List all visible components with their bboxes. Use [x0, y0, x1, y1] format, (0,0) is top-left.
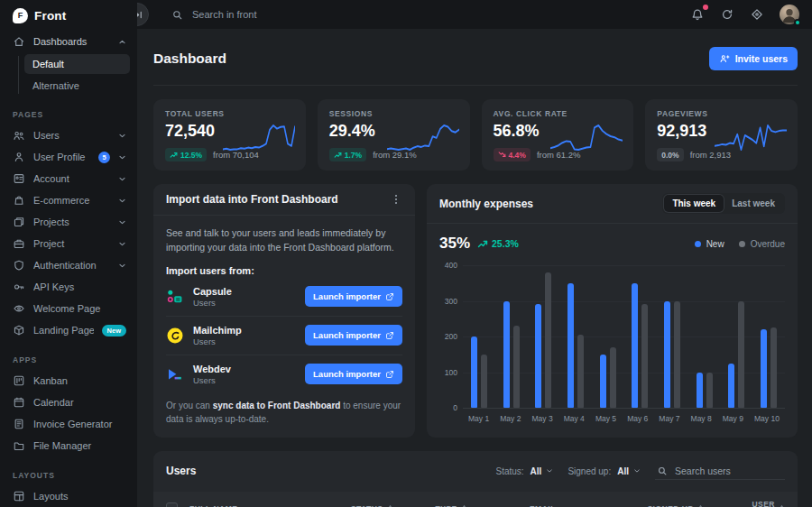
bar-new[interactable] [728, 364, 734, 408]
launch-importer-button[interactable]: Launch importer [305, 364, 402, 384]
stat-card-pageviews: Pageviews92,913 0.0%from 2,913 [645, 99, 798, 171]
chevron-down-icon [546, 467, 553, 475]
sparkline-chart [550, 121, 623, 152]
bar-overdue[interactable] [481, 355, 487, 408]
sidebar-item-projects[interactable]: Projects [0, 211, 137, 233]
column-header-type[interactable]: Type [436, 504, 530, 507]
bar-overdue[interactable] [545, 272, 551, 408]
y-tick-label: 0 [453, 403, 457, 412]
bar-new[interactable] [664, 301, 670, 409]
sidebar-item-file-manager[interactable]: File Manager [0, 435, 137, 456]
users-search-input[interactable] [675, 466, 783, 476]
import-source-name: Mailchimp [193, 325, 296, 336]
sort-icon [779, 504, 785, 507]
toggle-last-week[interactable]: Last week [724, 195, 783, 212]
bar-new[interactable] [503, 301, 510, 409]
import-description: See and talk to your users and leads imm… [166, 226, 402, 255]
briefcase-icon [13, 237, 25, 250]
sidebar-submenu: DefaultAlternative [0, 54, 137, 96]
bar-overdue[interactable] [513, 326, 520, 408]
column-header-status[interactable]: Status [351, 504, 436, 507]
users-table-header: Full nameStatusTypeEmailSigned upUser ID [153, 492, 798, 507]
y-tick-label: 300 [445, 297, 457, 306]
bar-new[interactable] [535, 304, 541, 408]
bar-new[interactable] [697, 373, 703, 409]
bar-new[interactable] [632, 283, 638, 408]
copy-icon [13, 216, 25, 228]
column-label: Full name [189, 504, 237, 507]
bar-overdue[interactable] [706, 373, 713, 409]
bar-overdue[interactable] [641, 304, 648, 408]
bar-overdue[interactable] [738, 301, 744, 409]
y-axis: 4003002001000 [439, 265, 463, 408]
sidebar-item-account[interactable]: Account [0, 168, 137, 189]
sidebar-item-api-keys[interactable]: API Keys [0, 276, 137, 298]
sidebar-item-dashboards[interactable]: Dashboards [0, 31, 137, 52]
bar-overdue[interactable] [674, 301, 680, 409]
bar-new[interactable] [567, 283, 574, 408]
card-menu-button[interactable] [390, 193, 402, 206]
bar-new[interactable] [600, 355, 606, 408]
global-search-input[interactable] [192, 9, 391, 20]
invite-users-button[interactable]: Invite users [709, 47, 798, 70]
diamond-apps-icon [750, 7, 764, 22]
sidebar-item-layouts[interactable]: Layouts [0, 485, 137, 507]
bar-new[interactable] [471, 336, 477, 408]
bar-overdue[interactable] [577, 335, 584, 408]
column-label: Status [351, 504, 383, 507]
sidebar-item-authentication[interactable]: Authentication [0, 254, 137, 276]
sidebar-item-landing-page[interactable]: Landing PageNew [0, 319, 137, 341]
sidebar-item-label: Project [33, 238, 110, 249]
status-filter-select[interactable]: All [531, 466, 554, 476]
sidebar-item-label: Welcome Page [33, 303, 126, 314]
bar-new[interactable] [761, 329, 767, 408]
users-search[interactable] [655, 463, 785, 480]
y-tick-label: 100 [445, 368, 457, 377]
legend-item-overdue[interactable]: Overdue [739, 239, 785, 249]
sidebar-subitem-alternative[interactable]: Alternative [24, 76, 130, 96]
chevron-down-icon [118, 153, 126, 161]
top-navbar [137, 0, 812, 29]
webdev-logo [166, 365, 184, 383]
bar-overdue[interactable] [770, 327, 777, 408]
bar-overdue[interactable] [610, 347, 616, 408]
sidebar: F Front DashboardsDefaultAlternativePage… [0, 0, 137, 507]
toggle-this-week[interactable]: This week [664, 195, 724, 212]
signedup-filter-select[interactable]: All [617, 466, 641, 476]
column-header-user-id[interactable]: User ID [752, 500, 785, 507]
sidebar-item-project[interactable]: Project [0, 233, 137, 254]
expenses-card-title: Monthly expenses [439, 198, 533, 210]
home-icon [13, 35, 25, 48]
launch-importer-button[interactable]: Launch importer [305, 325, 402, 346]
sidebar-item-user-profile[interactable]: User Profile5 [0, 146, 137, 168]
sidebar-subitem-default[interactable]: Default [24, 54, 130, 74]
bar-group-may-6 [632, 265, 648, 408]
sort-icon [461, 504, 467, 507]
count-badge: 5 [98, 152, 110, 163]
sidebar-item-label: Landing Page [33, 325, 94, 336]
legend-item-new[interactable]: New [695, 239, 724, 249]
launch-importer-button[interactable]: Launch importer [305, 286, 402, 307]
user-avatar[interactable] [780, 5, 799, 24]
import-source-name: Capsule [193, 286, 296, 297]
activity-button[interactable] [720, 7, 734, 22]
import-row-webdev: WebdevUsersLaunch importer [166, 355, 402, 393]
select-all-checkbox[interactable] [166, 502, 178, 507]
sidebar-item-calendar[interactable]: Calendar [0, 392, 137, 413]
x-tick-label: May 8 [691, 414, 712, 423]
sidebar-item-e-commerce[interactable]: E-commerce [0, 189, 137, 211]
sidebar-item-invoice-generator[interactable]: Invoice Generator [0, 413, 137, 435]
sidebar-item-welcome-page[interactable]: Welcome Page [0, 298, 137, 319]
x-tick-label: May 10 [754, 414, 780, 423]
column-label: Signed up [647, 504, 693, 507]
notifications-button[interactable] [690, 7, 705, 22]
brand-name: Front [34, 9, 67, 23]
global-search[interactable] [171, 9, 690, 21]
sidebar-item-users[interactable]: Users [0, 124, 137, 146]
brand[interactable]: F Front [0, 0, 137, 31]
sidebar-item-kanban[interactable]: Kanban [0, 370, 137, 392]
apps-button[interactable] [750, 7, 764, 22]
column-header-signed-up[interactable]: Signed up [647, 504, 752, 507]
external-link-icon [385, 370, 394, 379]
sidebar-section-heading-layouts: Layouts [0, 471, 137, 480]
